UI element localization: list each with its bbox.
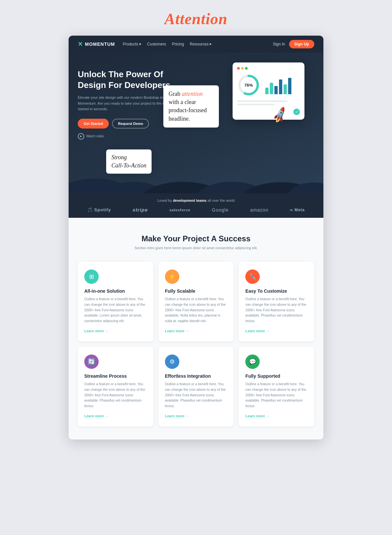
learn-more-1[interactable]: Learn more → [84, 329, 108, 333]
nav-link-pricing[interactable]: Pricing [172, 42, 184, 46]
annotation-line1: Grab [169, 91, 182, 97]
loved-by-bold: development teams [173, 198, 206, 202]
annotation-line2: with a clearproduct-focusedheadline. [169, 99, 207, 122]
learn-more-4[interactable]: Learn more → [84, 414, 108, 418]
dashboard-line-2 [237, 104, 275, 105]
nav-right: Sign In Sign Up [273, 40, 314, 48]
request-demo-button[interactable]: Request Demo [112, 119, 149, 129]
feature-card-2: ⚡ Fully Scalable Outline a feature or a … [158, 262, 234, 341]
nav-links: Products ▾ Customers Pricing Resources ▾ [123, 42, 211, 46]
hero-right: 76% [216, 62, 314, 120]
nav-link-customers[interactable]: Customers [147, 42, 166, 46]
chevron-down-icon-resources: ▾ [209, 42, 211, 46]
feature-icon-3: 🔧 [245, 269, 260, 284]
brand-logos: 🎵 Spotify stripe salesforce Google amazo… [78, 207, 314, 213]
loved-by-text: Loved by development teams all over the … [78, 198, 314, 202]
nav-link-resources-label: Resources [190, 42, 208, 46]
page-title: Attention [164, 10, 227, 28]
feature-card-1: ⊞ All-in-one Solution Outline a feature … [78, 262, 153, 341]
bar-5 [284, 84, 287, 94]
nav-link-products[interactable]: Products ▾ [123, 42, 141, 46]
dashboard-check: ✓ [237, 109, 300, 115]
bar-1 [265, 88, 269, 94]
feature-title-5: Effortless Integration [165, 373, 227, 379]
brand-google: Google [212, 207, 229, 213]
learn-more-6[interactable]: Learn more → [245, 414, 270, 418]
brand-salesforce: salesforce [169, 208, 190, 212]
nav-link-resources[interactable]: Resources ▾ [190, 42, 211, 46]
dot-red [237, 67, 240, 70]
annotation-attention: Grab attention with a clearproduct-focus… [163, 85, 219, 128]
bar-chart [265, 76, 291, 94]
dashboard-card: 76% [233, 62, 304, 120]
brand-amazon: amazon [250, 207, 269, 213]
learn-more-5[interactable]: Learn more → [165, 414, 189, 418]
features-title: Make Your Project A Success [78, 234, 314, 243]
gauge-chart: 76% [237, 74, 260, 96]
features-header: Make Your Project A Success Section intr… [78, 234, 314, 250]
features-subtitle: Section intro goes here lorem ipsum dolo… [78, 246, 314, 250]
learn-more-3[interactable]: Learn more → [245, 329, 270, 333]
feature-text-5: Outline a feature or a benefit here. You… [165, 381, 227, 409]
loved-by-section: Loved by development teams all over the … [69, 193, 323, 218]
features-section: Make Your Project A Success Section intr… [69, 218, 323, 440]
feature-text-4: Outline a feature or a benefit here. You… [84, 381, 147, 409]
feature-icon-6: 💬 [245, 354, 260, 369]
feature-title-2: Fully Scalable [165, 288, 227, 294]
navbar: ✕ MOMENTUM Products ▾ Customers Pricing … [69, 36, 323, 53]
annotation-highlight: attention [182, 91, 203, 97]
bar-6 [288, 78, 291, 94]
support-icon: 💬 [249, 358, 256, 365]
wrench-icon: 🔧 [249, 273, 256, 280]
feature-text-6: Outline a feature or a benefit here. You… [245, 381, 308, 409]
watch-video-label: Watch video [86, 134, 104, 138]
feature-card-4: 🔄 Streamline Process Outline a feature o… [78, 347, 153, 426]
get-started-button[interactable]: Get Started [78, 119, 109, 129]
dot-yellow [241, 67, 244, 70]
nav-logo[interactable]: ✕ MOMENTUM [78, 41, 115, 48]
feature-card-3: 🔧 Easy To Customize Outline a feature or… [239, 262, 314, 341]
hero-section: Unlock The Power Of Design For Developer… [69, 53, 323, 193]
signin-button[interactable]: Sign In [273, 42, 285, 46]
feature-text-2: Outline a feature or a benefit here. You… [165, 296, 227, 324]
feature-icon-5: ⚙ [165, 354, 179, 369]
nav-link-customers-label: Customers [147, 42, 166, 46]
play-icon: ▶ [78, 133, 84, 140]
feature-card-5: ⚙ Effortless Integration Outline a featu… [158, 347, 234, 426]
grid-icon: ⊞ [89, 273, 94, 280]
dot-green [245, 67, 248, 70]
learn-more-2[interactable]: Learn more → [165, 329, 189, 333]
logo-icon: ✕ [78, 41, 83, 48]
feature-text-3: Outline a feature or a benefit here. You… [245, 296, 308, 324]
feature-icon-4: 🔄 [84, 354, 99, 369]
feature-title-6: Fully Supported [245, 373, 308, 379]
gear-icon: ⚙ [170, 358, 175, 365]
feature-title-4: Streamline Process [84, 373, 147, 379]
brand-spotify: 🎵 Spotify [87, 207, 111, 212]
cta-line1: Strong [111, 154, 127, 161]
nav-link-pricing-label: Pricing [172, 42, 184, 46]
cta-line2: Call-To-Action [111, 162, 146, 169]
refresh-icon: 🔄 [88, 358, 95, 365]
feature-title-1: All-in-one Solution [84, 288, 147, 294]
nav-left: ✕ MOMENTUM Products ▾ Customers Pricing … [78, 41, 211, 48]
annotation-cta: Strong Call-To-Action [106, 149, 152, 174]
feature-title-3: Easy To Customize [245, 288, 308, 294]
brand-meta: ∞ Meta [290, 208, 305, 212]
chevron-down-icon: ▾ [139, 42, 141, 46]
feature-icon-1: ⊞ [84, 269, 99, 284]
signup-button[interactable]: Sign Up [289, 40, 314, 48]
feature-card-6: 💬 Fully Supported Outline a feature or a… [239, 347, 314, 426]
feature-icon-2: ⚡ [165, 269, 179, 284]
bar-4 [279, 79, 282, 94]
dashboard-content: 76% [237, 74, 300, 96]
watch-video-button[interactable]: ▶ Watch video [78, 133, 189, 140]
window-dots [237, 67, 300, 70]
bar-3 [274, 86, 278, 94]
logo-text: MOMENTUM [85, 42, 115, 47]
bar-2 [270, 83, 273, 94]
loved-by-prefix: Loved by [157, 198, 172, 202]
feature-text-1: Outline a feature or a benefit here. You… [84, 296, 147, 324]
lightning-icon: ⚡ [169, 273, 176, 280]
dashboard-lines [237, 100, 300, 105]
